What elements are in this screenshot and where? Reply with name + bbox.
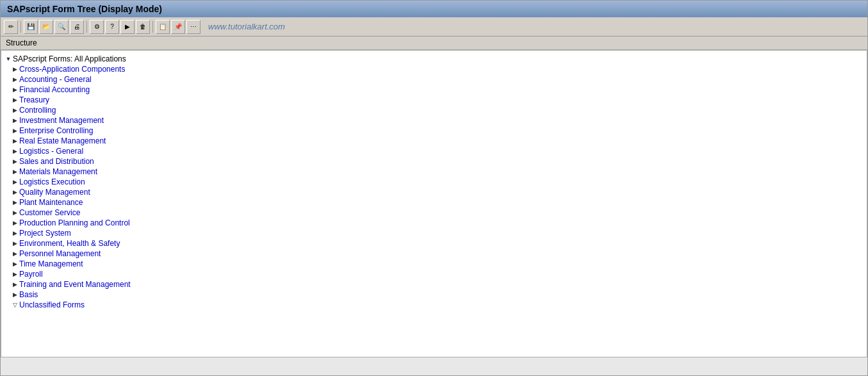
tree-item[interactable]: ▽Unclassified Forms [10, 300, 867, 310]
tree-children: ▶Cross-Application Components▶Accounting… [1, 64, 867, 310]
item-arrow: ▶ [10, 240, 19, 247]
toolbar-btn-play[interactable]: ▶ [120, 20, 135, 34]
toolbar-btn-print[interactable]: 🖨 [70, 20, 84, 34]
tree-item[interactable]: ▶Real Estate Management [10, 136, 867, 146]
item-label: Treasury [19, 95, 49, 104]
toolbar-watermark: www.tutorialkart.com [208, 22, 285, 31]
item-label: Basis [19, 290, 38, 299]
toolbar-btn-open[interactable]: 📂 [39, 20, 53, 34]
structure-header: Structure [1, 37, 867, 50]
item-label: Time Management [19, 259, 83, 268]
item-label: Controlling [19, 106, 56, 115]
item-arrow: ▶ [10, 97, 19, 103]
toolbar-btn-copy[interactable]: 📋 [156, 20, 170, 34]
tree-item[interactable]: ▶Financial Accounting [10, 85, 867, 95]
tree-root[interactable]: ▼ SAPscript Forms: All Applications [4, 54, 867, 64]
item-label: Environment, Health & Safety [19, 239, 120, 248]
item-arrow: ▶ [10, 261, 19, 267]
tree-item[interactable]: ▶Project System [10, 228, 867, 238]
tree-item[interactable]: ▶Logistics - General [10, 146, 867, 156]
toolbar-sep-3 [152, 21, 153, 33]
item-label: Cross-Application Components [19, 65, 125, 74]
root-arrow: ▼ [4, 56, 13, 62]
item-arrow: ▶ [10, 220, 19, 226]
tree-item[interactable]: ▶Controlling [10, 105, 867, 115]
item-arrow: ▶ [10, 281, 19, 288]
tree-item[interactable]: ▶Cross-Application Components [10, 64, 867, 74]
item-label: Sales and Distribution [19, 157, 94, 166]
item-arrow: ▶ [10, 76, 19, 83]
item-arrow: ▶ [10, 250, 19, 257]
toolbar-btn-more[interactable]: ⋯ [186, 20, 201, 34]
item-arrow: ▶ [10, 179, 19, 185]
toolbar: ✏ 💾 📂 🔍 🖨 ⚙ ? ▶ 🗑 📋 📌 ⋯ www.tutorialkart… [1, 17, 867, 37]
item-label: Payroll [19, 270, 43, 279]
item-arrow: ▶ [10, 189, 19, 195]
item-label: Enterprise Controlling [19, 126, 93, 135]
toolbar-sep-2 [86, 21, 87, 33]
toolbar-btn-save[interactable]: 💾 [24, 20, 38, 34]
tree-item[interactable]: ▶Accounting - General [10, 74, 867, 85]
item-label: Project System [19, 229, 71, 238]
item-label: Production Planning and Control [19, 218, 130, 227]
item-label: Logistics - General [19, 147, 83, 156]
item-label: Training and Event Management [19, 280, 131, 289]
item-label: Investment Management [19, 116, 104, 125]
item-arrow: ▶ [10, 271, 19, 277]
tree-item[interactable]: ▶Enterprise Controlling [10, 126, 867, 136]
item-label: Real Estate Management [19, 136, 106, 145]
toolbar-sep-1 [20, 21, 21, 33]
tree-item[interactable]: ▶Investment Management [10, 115, 867, 126]
toolbar-btn-settings[interactable]: ⚙ [90, 20, 104, 34]
toolbar-btn-help[interactable]: ? [105, 20, 119, 34]
item-arrow: ▶ [10, 230, 19, 236]
tree-item[interactable]: ▶Customer Service [10, 208, 867, 218]
item-arrow: ▶ [10, 291, 19, 298]
item-label: Personnel Management [19, 249, 101, 258]
item-arrow: ▶ [10, 107, 19, 113]
item-arrow: ▽ [10, 302, 19, 308]
item-arrow: ▶ [10, 148, 19, 154]
item-arrow: ▶ [10, 138, 19, 144]
tree-item[interactable]: ▶Logistics Execution [10, 177, 867, 187]
item-label: Financial Accounting [19, 85, 90, 94]
item-arrow: ▶ [10, 66, 19, 72]
item-arrow: ▶ [10, 168, 19, 175]
tree-item[interactable]: ▶Treasury [10, 95, 867, 105]
item-label: Plant Maintenance [19, 198, 83, 207]
item-arrow: ▶ [10, 209, 19, 216]
tree-container: ▼ SAPscript Forms: All Applications ▶Cro… [1, 50, 867, 357]
item-arrow: ▶ [10, 86, 19, 93]
tree-item[interactable]: ▶Personnel Management [10, 249, 867, 259]
tree-item[interactable]: ▶Basis [10, 290, 867, 300]
item-label: Logistics Execution [19, 177, 85, 186]
item-label: Unclassified Forms [19, 300, 85, 309]
tree-item[interactable]: ▶Plant Maintenance [10, 197, 867, 208]
tree-item[interactable]: ▶Training and Event Management [10, 279, 867, 290]
item-label: Accounting - General [19, 75, 92, 84]
tree-item[interactable]: ▶Production Planning and Control [10, 218, 867, 228]
item-label: Customer Service [19, 208, 80, 217]
toolbar-btn-delete[interactable]: 🗑 [136, 20, 150, 34]
tree-item[interactable]: ▶Environment, Health & Safety [10, 238, 867, 249]
toolbar-btn-paste[interactable]: 📌 [171, 20, 185, 34]
root-label: SAPscript Forms: All Applications [13, 54, 126, 63]
item-arrow: ▶ [10, 127, 19, 134]
tree-item[interactable]: ▶Sales and Distribution [10, 156, 867, 167]
item-arrow: ▶ [10, 199, 19, 206]
window-title: SAPscript Form Tree (Display Mode) [7, 4, 162, 14]
tree-item[interactable]: ▶Payroll [10, 269, 867, 279]
toolbar-btn-edit[interactable]: ✏ [4, 20, 18, 34]
item-arrow: ▶ [10, 117, 19, 124]
item-arrow: ▶ [10, 158, 19, 165]
tree-item[interactable]: ▶Materials Management [10, 167, 867, 177]
item-label: Quality Management [19, 188, 90, 197]
toolbar-btn-find[interactable]: 🔍 [54, 20, 69, 34]
title-bar: SAPscript Form Tree (Display Mode) [1, 1, 867, 17]
main-window: SAPscript Form Tree (Display Mode) ✏ 💾 📂… [0, 0, 868, 376]
tree-item[interactable]: ▶Quality Management [10, 187, 867, 197]
item-label: Materials Management [19, 167, 97, 176]
tree-item[interactable]: ▶Time Management [10, 259, 867, 269]
